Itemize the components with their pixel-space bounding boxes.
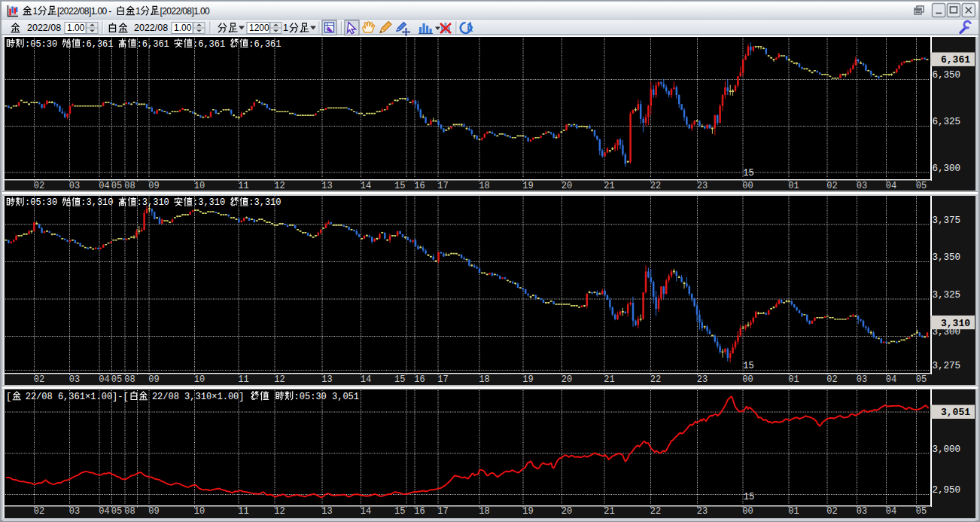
svg-text:04: 04 — [99, 506, 109, 517]
svg-text:3,375: 3,375 — [933, 215, 961, 226]
svg-text:×1.00]: ×1.00] — [212, 392, 244, 402]
svg-text:1: 1 — [135, 6, 141, 17]
svg-text:15: 15 — [743, 361, 753, 371]
svg-text:03: 03 — [69, 506, 80, 517]
svg-text:23: 23 — [697, 181, 708, 191]
svg-text:02: 02 — [826, 506, 837, 517]
svg-text:12: 12 — [274, 181, 285, 191]
svg-text:15: 15 — [394, 374, 405, 385]
svg-text:1: 1 — [283, 23, 288, 33]
svg-text:21: 21 — [604, 374, 614, 385]
svg-text:17: 17 — [437, 181, 448, 191]
svg-text:02: 02 — [826, 181, 837, 191]
svg-text:00: 00 — [742, 374, 753, 385]
svg-text:20: 20 — [562, 374, 572, 385]
svg-text:×1.00]-[: ×1.00]-[ — [85, 392, 129, 402]
svg-text::05:30: :05:30 — [25, 39, 57, 50]
svg-text:08: 08 — [124, 506, 135, 517]
svg-text:6,325: 6,325 — [933, 117, 961, 127]
svg-text:04: 04 — [886, 506, 896, 517]
svg-text:20: 20 — [562, 506, 572, 517]
svg-text:00: 00 — [742, 181, 753, 191]
svg-text:08: 08 — [124, 374, 135, 385]
svg-text:03: 03 — [69, 181, 80, 191]
svg-text:2022/08: 2022/08 — [27, 23, 61, 33]
svg-text:20: 20 — [562, 181, 572, 191]
svg-text:04: 04 — [886, 374, 896, 385]
svg-text:17: 17 — [437, 506, 448, 517]
svg-text:09: 09 — [148, 374, 159, 385]
svg-text:04: 04 — [99, 181, 109, 191]
svg-text:17: 17 — [437, 374, 448, 385]
svg-text:R: R — [467, 24, 473, 33]
svg-text:16: 16 — [414, 506, 425, 517]
svg-text:02: 02 — [34, 506, 44, 517]
svg-text:13: 13 — [321, 374, 332, 385]
svg-text:22/08 3,310: 22/08 3,310 — [152, 392, 212, 402]
svg-text:16: 16 — [414, 374, 425, 385]
svg-text:14: 14 — [361, 181, 371, 191]
svg-text::3,310: :3,310 — [248, 197, 281, 208]
svg-text:15: 15 — [394, 506, 405, 517]
svg-text:3,275: 3,275 — [933, 361, 961, 371]
svg-text:18: 18 — [479, 374, 489, 385]
svg-text:19: 19 — [522, 506, 533, 517]
svg-text:00: 00 — [742, 506, 753, 517]
svg-text:05: 05 — [111, 506, 122, 517]
svg-text:22: 22 — [650, 374, 661, 385]
svg-text:14: 14 — [361, 374, 371, 385]
svg-text::6,361: :6,361 — [248, 39, 281, 50]
svg-text:11: 11 — [238, 506, 248, 517]
svg-text:19: 19 — [522, 374, 533, 385]
svg-text:10: 10 — [194, 506, 205, 517]
svg-text::3,310: :3,310 — [81, 197, 113, 208]
svg-text::3,310: :3,310 — [137, 197, 169, 208]
svg-text:15: 15 — [394, 181, 405, 191]
svg-text:03: 03 — [857, 506, 867, 517]
svg-text:1.00: 1.00 — [67, 23, 85, 33]
svg-text:6,350: 6,350 — [933, 70, 961, 81]
svg-text:[2022/08]1.00 -: [2022/08]1.00 - — [57, 6, 111, 17]
svg-text:22: 22 — [650, 506, 661, 517]
svg-text:05: 05 — [111, 374, 122, 385]
svg-text:23: 23 — [697, 506, 708, 517]
svg-text:1200: 1200 — [249, 23, 269, 33]
svg-text:15: 15 — [744, 492, 754, 502]
svg-text:02: 02 — [826, 374, 837, 385]
svg-text:02: 02 — [34, 181, 44, 191]
svg-text:03: 03 — [857, 374, 867, 385]
svg-text:19: 19 — [522, 181, 533, 191]
svg-text:04: 04 — [886, 181, 896, 191]
svg-text:02: 02 — [34, 374, 44, 385]
svg-text:2,950: 2,950 — [933, 485, 961, 496]
svg-text:04: 04 — [99, 374, 109, 385]
svg-text::6,361: :6,361 — [81, 39, 113, 50]
svg-text:21: 21 — [604, 181, 614, 191]
svg-text:01: 01 — [788, 181, 799, 191]
svg-text:6,361: 6,361 — [941, 54, 970, 66]
svg-text::6,361: :6,361 — [137, 39, 169, 50]
svg-text:1: 1 — [33, 6, 38, 17]
svg-text:22/08 6,361: 22/08 6,361 — [26, 392, 85, 402]
svg-text:08: 08 — [124, 181, 135, 191]
svg-text:16: 16 — [414, 181, 425, 191]
svg-text:05: 05 — [916, 374, 927, 385]
svg-text:3,310: 3,310 — [941, 318, 970, 329]
svg-text:10: 10 — [194, 374, 205, 385]
svg-text:12: 12 — [274, 506, 285, 517]
svg-text:11: 11 — [238, 374, 248, 385]
svg-text::3,310: :3,310 — [193, 197, 225, 208]
svg-text:14: 14 — [361, 506, 371, 517]
svg-text:3,000: 3,000 — [933, 444, 961, 455]
svg-text:10: 10 — [194, 181, 205, 191]
svg-text:2022/08: 2022/08 — [134, 23, 168, 33]
svg-text:3,051: 3,051 — [941, 407, 970, 418]
svg-text:3,325: 3,325 — [933, 290, 961, 301]
svg-text:03: 03 — [857, 181, 867, 191]
svg-text:01: 01 — [788, 506, 799, 517]
svg-text:09: 09 — [148, 181, 159, 191]
svg-text:05: 05 — [916, 506, 927, 517]
svg-text:[2022/08]1.00: [2022/08]1.00 — [160, 6, 211, 17]
svg-text:18: 18 — [479, 181, 489, 191]
svg-text:12: 12 — [274, 374, 285, 385]
